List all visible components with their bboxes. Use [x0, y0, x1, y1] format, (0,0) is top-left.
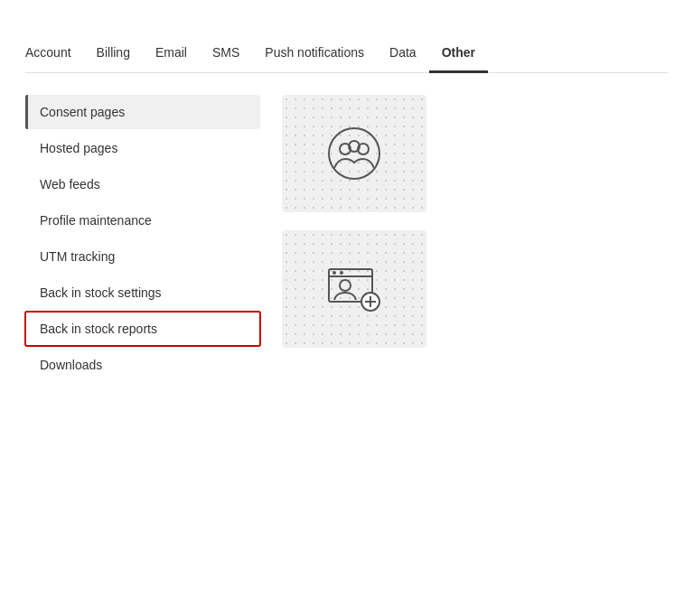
- sidebar-item-hosted-pages[interactable]: Hosted pages: [25, 131, 260, 165]
- group-icon: [325, 125, 383, 182]
- svg-point-6: [332, 271, 336, 275]
- sidebar-item-back-in-stock-reports[interactable]: Back in stock reports: [25, 312, 260, 346]
- person-add-icon-card: [282, 230, 426, 348]
- right-panel: [282, 95, 668, 384]
- sidebar-item-profile-maintenance[interactable]: Profile maintenance: [25, 203, 260, 238]
- tab-billing[interactable]: Billing: [84, 38, 143, 73]
- svg-point-7: [340, 271, 343, 275]
- svg-point-0: [329, 128, 379, 179]
- sidebar-item-downloads[interactable]: Downloads: [25, 348, 260, 382]
- tab-account[interactable]: Account: [25, 38, 84, 73]
- tab-other[interactable]: Other: [429, 38, 488, 73]
- page-container: AccountBillingEmailSMSPush notifications…: [0, 0, 693, 616]
- tab-sms[interactable]: SMS: [200, 38, 252, 73]
- svg-point-8: [340, 280, 351, 291]
- sidebar-item-web-feeds[interactable]: Web feeds: [25, 167, 260, 201]
- tab-email[interactable]: Email: [143, 38, 200, 73]
- person-add-icon: [325, 260, 383, 318]
- group-icon-card: [282, 95, 426, 212]
- tab-data[interactable]: Data: [377, 38, 429, 73]
- sidebar-item-utm-tracking[interactable]: UTM tracking: [25, 239, 260, 274]
- tab-bar: AccountBillingEmailSMSPush notifications…: [25, 38, 668, 73]
- tab-push-notifications[interactable]: Push notifications: [252, 38, 377, 73]
- content-area: Consent pagesHosted pagesWeb feedsProfil…: [25, 95, 668, 384]
- sidebar-item-back-in-stock-settings[interactable]: Back in stock settings: [25, 275, 260, 310]
- sidebar-item-consent-pages[interactable]: Consent pages: [25, 95, 260, 129]
- sidebar-menu: Consent pagesHosted pagesWeb feedsProfil…: [25, 95, 260, 384]
